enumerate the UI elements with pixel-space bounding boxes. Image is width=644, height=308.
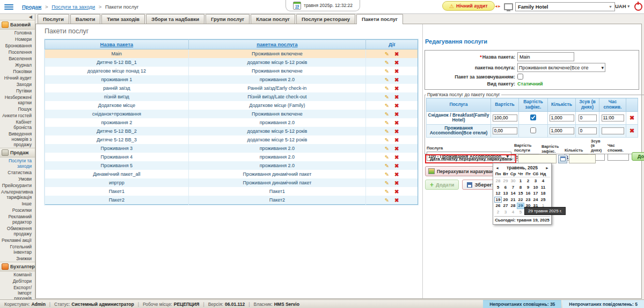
calendar-day[interactable]: 18 [539,190,547,197]
currency-select[interactable]: UAH ▾ [615,3,630,9]
calendar-day[interactable]: 28 [509,203,517,209]
edit-icon[interactable]: ✎ [385,137,389,143]
tab[interactable]: Послуги ресторану [296,14,355,24]
calendar-day[interactable]: 4 [509,209,517,216]
table-row[interactable]: Дитяче 5-12 BB_1додаткове місце 5-12 рок… [45,58,418,67]
sidebar-section-header[interactable]: Базовий [0,20,35,30]
calendar-day[interactable]: 8 [517,184,524,191]
fixed-price-checkbox[interactable] [530,114,536,120]
shift-days-input[interactable] [579,127,597,134]
breadcrumb-link-services[interactable]: Послуги та заходи [52,4,95,10]
edit-icon[interactable]: ✎ [385,77,389,83]
sidebar-item[interactable]: Послуги та заходи [0,157,35,169]
edit-icon[interactable]: ✎ [385,103,389,109]
table-row[interactable]: Дитяче 5-12 BB_2додаткове місце 5-12 рок… [45,127,418,135]
table-row[interactable]: додатеове місце понад 12Проживання включ… [45,67,418,75]
breadcrumb-link-sales[interactable]: Продаж [22,4,41,10]
datetime-chip[interactable]: 19 травня 2025р. 12:32:22 [286,0,360,11]
binding-add-button[interactable]: Додати [632,152,644,161]
table-row[interactable]: сніданок+проживанняПроживання включене✎✖ [45,110,418,118]
quantity-input[interactable] [550,114,574,121]
delete-icon[interactable]: ✖ [630,127,634,134]
price-input[interactable] [493,114,517,121]
sidebar-item[interactable]: Кабінет броніста [0,119,35,131]
tab[interactable]: Класи послуг [251,14,295,24]
calendar-day[interactable]: 29 [517,203,524,209]
table-row[interactable]: ранній заїздРанній заїзд/Early check-in✎… [45,84,418,92]
sidebar-item[interactable]: Журнал [0,62,35,68]
delete-icon[interactable]: ✖ [394,85,399,91]
price-input[interactable] [493,127,517,134]
calendar-day[interactable]: 27 [502,203,509,209]
sidebar-item[interactable]: Заходи [0,81,35,88]
column-header[interactable]: пакетна послуга [188,40,365,49]
calendar-day[interactable]: 9 [524,184,532,191]
sidebar-item[interactable]: Путівки [0,88,35,94]
table-row[interactable]: проживання 1проживання 2.0✎✖ [45,75,418,84]
table-row[interactable]: Пакет1Пакет1✎✖ [45,187,418,196]
table-row[interactable]: Додаткове місцеДодаткове місце (Family)✎… [45,101,418,110]
calendar-day[interactable]: 2 [524,178,532,184]
tab[interactable]: Типи заходів [101,14,145,24]
edit-icon[interactable]: ✎ [385,111,389,117]
sidebar-item[interactable]: Знижки [0,255,35,262]
table-row[interactable]: ипртррПроживання динамічний пакет✎✖ [45,178,418,187]
notifications-badge[interactable]: Непрочитаних сповіщень: 35 [483,300,561,308]
calendar-day[interactable]: 14 [509,190,517,197]
delete-icon[interactable]: ✖ [394,146,399,152]
fixed-price-checkbox[interactable] [530,127,536,133]
delete-icon[interactable]: ✖ [394,60,399,66]
tab[interactable]: Збори та надбавки [146,14,204,24]
delete-icon[interactable]: ✖ [394,103,399,109]
table-row[interactable]: Проживання 5проживання 2.0✎✖ [45,161,418,170]
calendar-day[interactable]: 1 [517,178,524,184]
delete-icon[interactable]: ✖ [394,197,399,203]
delete-icon[interactable]: ✖ [394,128,399,134]
sidebar-item[interactable]: Рекламний редактор [0,213,35,225]
power-icon[interactable] [634,3,642,11]
sidebar-item[interactable]: Умови [0,176,35,182]
table-row[interactable]: Проживання 4проживання 2.0✎✖ [45,153,418,161]
calendar-day[interactable]: 4 [539,178,547,184]
calendar-day[interactable]: 12 [494,190,502,197]
table-row[interactable]: Дитяче 5-12 BB_3додаткове місце 5-12 рок… [45,135,418,144]
edit-icon[interactable]: ✎ [385,68,389,74]
calendar-today-link[interactable]: Сьогодні: травня 19, 2025 [494,216,550,223]
edit-icon[interactable]: ✎ [385,154,389,160]
sidebar-item[interactable]: Експорт/Імпорт рахунків [0,284,35,300]
delete-icon[interactable]: ✖ [394,154,399,160]
calendar-button[interactable] [558,155,567,163]
column-header[interactable]: Назва пакета [45,40,189,49]
calendar-day[interactable]: 2 [494,209,502,216]
delete-icon[interactable]: ✖ [394,51,399,57]
sidebar-item[interactable]: Дебітори [0,278,35,284]
sidebar-item[interactable]: Виселення [0,55,35,62]
quantity-input[interactable] [550,127,574,134]
sidebar-item[interactable]: Нічний аудит [0,75,35,81]
add-button[interactable]: + Додати [425,180,459,190]
sidebar-item[interactable]: Статистика [0,169,35,176]
consume-time-input[interactable] [602,127,624,134]
shift-days-input[interactable] [579,114,597,121]
calendar-day[interactable]: 17 [532,190,539,197]
sidebar-section-header[interactable]: Бухгалтерія [0,262,35,271]
monitor-icon[interactable] [504,3,513,10]
calendar-day[interactable]: 30 [509,178,517,184]
calendar-day[interactable]: 5 [517,209,524,216]
delete-icon[interactable]: ✖ [394,189,399,195]
delete-icon[interactable]: ✖ [630,114,634,121]
calendar-next-icon[interactable]: ► [545,166,549,170]
sidebar-item[interactable]: Покоївки [0,68,35,75]
calendar-day[interactable]: 23 [524,197,532,203]
edit-icon[interactable]: ✎ [385,171,389,177]
menu-icon[interactable] [4,3,13,11]
sidebar-item[interactable]: Розсилки [0,207,35,213]
splitter-arrows-icon[interactable]: ◄► [494,4,501,8]
table-row[interactable]: MainПроживання включене✎✖ [45,49,418,59]
sidebar-item[interactable]: Альтернативна тарифікація [0,189,35,200]
calendar-day[interactable]: 3 [502,209,509,216]
sidebar-item[interactable]: Бронювання [0,42,35,49]
recalc-extra-input[interactable] [569,154,596,163]
delete-icon[interactable]: ✖ [394,111,399,117]
calendar-day[interactable]: 10 [532,184,539,191]
